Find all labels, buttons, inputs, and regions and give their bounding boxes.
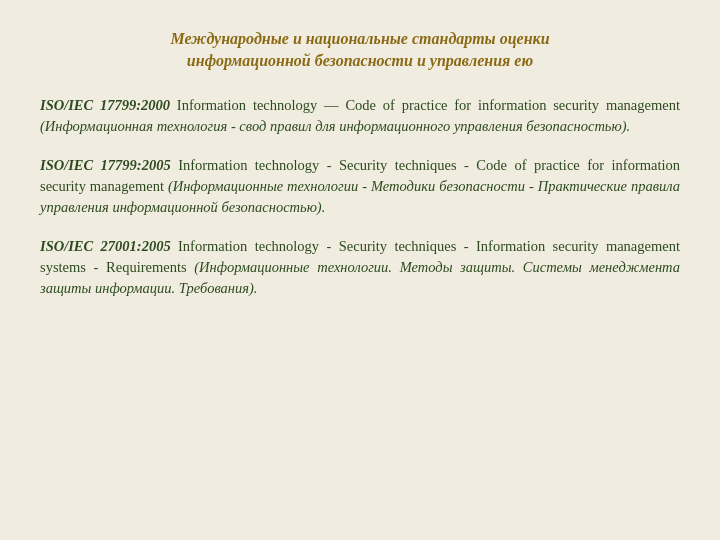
iso-ref-3: ISO/IEC 27001:2005 (40, 238, 171, 254)
title-line2: информационной безопасности и управления… (187, 52, 533, 69)
paragraph-1-russian: (Информационная технология - свод правил… (40, 118, 630, 134)
page-title: Международные и национальные стандарты о… (40, 28, 680, 73)
paragraph-2: ISO/IEC 17799:2005 Information technolog… (40, 155, 680, 218)
iso-ref-1: ISO/IEC 17799:2000 (40, 97, 170, 113)
paragraph-3: ISO/IEC 27001:2005 Information technolog… (40, 236, 680, 299)
page: Международные и национальные стандарты о… (0, 0, 720, 540)
paragraph-1: ISO/IEC 17799:2000 Information technolog… (40, 95, 680, 137)
title-line1: Международные и национальные стандарты о… (170, 30, 549, 47)
paragraph-1-text: Information technology — Code of practic… (170, 97, 680, 113)
content-area: ISO/IEC 17799:2000 Information technolog… (40, 95, 680, 299)
iso-ref-2: ISO/IEC 17799:2005 (40, 157, 171, 173)
